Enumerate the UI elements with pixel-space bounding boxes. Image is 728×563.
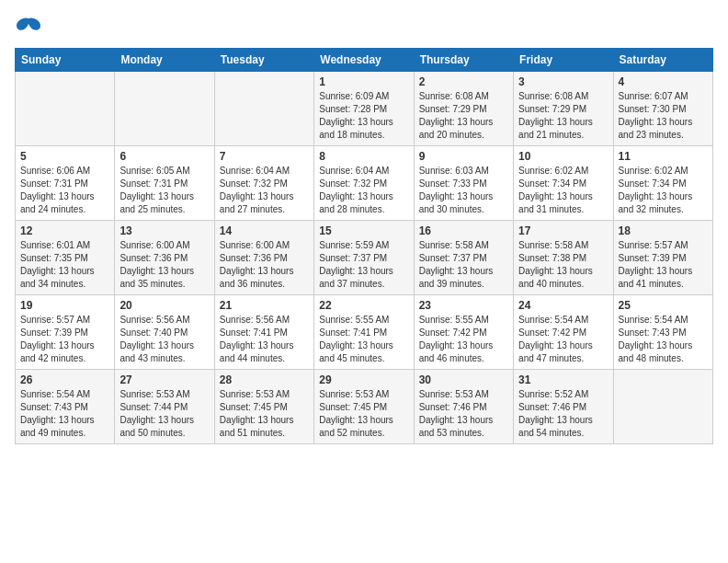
- day-info: Sunrise: 5:52 AM Sunset: 7:46 PM Dayligh…: [518, 388, 608, 440]
- calendar-cell: 18Sunrise: 5:57 AM Sunset: 7:39 PM Dayli…: [613, 221, 712, 295]
- calendar-cell: 9Sunrise: 6:03 AM Sunset: 7:33 PM Daylig…: [414, 146, 513, 221]
- day-number: 27: [119, 373, 209, 386]
- calendar-cell: 28Sunrise: 5:53 AM Sunset: 7:45 PM Dayli…: [214, 370, 313, 444]
- day-number: 25: [619, 299, 708, 312]
- week-row-4: 19Sunrise: 5:57 AM Sunset: 7:39 PM Dayli…: [16, 295, 713, 370]
- header-monday: Monday: [115, 49, 214, 72]
- calendar-cell: 16Sunrise: 5:58 AM Sunset: 7:37 PM Dayli…: [414, 221, 513, 295]
- calendar-cell: 23Sunrise: 5:55 AM Sunset: 7:42 PM Dayli…: [414, 295, 513, 370]
- calendar-cell: 6Sunrise: 6:05 AM Sunset: 7:31 PM Daylig…: [115, 146, 214, 221]
- day-number: 26: [20, 373, 109, 386]
- calendar-cell: 1Sunrise: 6:09 AM Sunset: 7:28 PM Daylig…: [314, 72, 414, 146]
- day-number: 30: [419, 373, 508, 386]
- day-number: 4: [619, 75, 708, 88]
- day-number: 7: [220, 150, 309, 163]
- day-number: 14: [220, 224, 309, 237]
- day-info: Sunrise: 6:01 AM Sunset: 7:35 PM Dayligh…: [20, 239, 109, 291]
- calendar-cell: [613, 370, 712, 444]
- week-row-5: 26Sunrise: 5:54 AM Sunset: 7:43 PM Dayli…: [16, 370, 713, 444]
- day-number: 10: [518, 150, 608, 163]
- calendar-cell: [115, 72, 214, 146]
- day-info: Sunrise: 5:54 AM Sunset: 7:43 PM Dayligh…: [619, 314, 708, 365]
- day-info: Sunrise: 6:04 AM Sunset: 7:32 PM Dayligh…: [220, 165, 309, 216]
- calendar-cell: 11Sunrise: 6:02 AM Sunset: 7:34 PM Dayli…: [613, 146, 712, 221]
- day-info: Sunrise: 5:58 AM Sunset: 7:38 PM Dayligh…: [518, 239, 608, 291]
- day-info: Sunrise: 6:07 AM Sunset: 7:30 PM Dayligh…: [619, 90, 708, 142]
- day-number: 9: [419, 150, 508, 163]
- calendar-cell: 5Sunrise: 6:06 AM Sunset: 7:31 PM Daylig…: [16, 146, 115, 221]
- day-info: Sunrise: 5:54 AM Sunset: 7:42 PM Dayligh…: [518, 314, 608, 365]
- calendar-cell: [214, 72, 313, 146]
- day-info: Sunrise: 6:02 AM Sunset: 7:34 PM Dayligh…: [619, 165, 708, 216]
- day-info: Sunrise: 5:55 AM Sunset: 7:41 PM Dayligh…: [319, 314, 408, 365]
- day-number: 23: [419, 299, 508, 312]
- day-info: Sunrise: 6:08 AM Sunset: 7:29 PM Dayligh…: [518, 90, 608, 142]
- header-tuesday: Tuesday: [214, 49, 313, 72]
- calendar-cell: [16, 72, 115, 146]
- calendar-cell: 12Sunrise: 6:01 AM Sunset: 7:35 PM Dayli…: [16, 221, 115, 295]
- calendar-cell: 25Sunrise: 5:54 AM Sunset: 7:43 PM Dayli…: [613, 295, 712, 370]
- day-number: 1: [319, 75, 408, 88]
- day-number: 24: [518, 299, 608, 312]
- week-row-3: 12Sunrise: 6:01 AM Sunset: 7:35 PM Dayli…: [16, 221, 713, 295]
- day-number: 13: [119, 224, 209, 237]
- day-info: Sunrise: 6:04 AM Sunset: 7:32 PM Dayligh…: [319, 165, 408, 216]
- calendar-header: SundayMondayTuesdayWednesdayThursdayFrid…: [16, 49, 713, 72]
- calendar-cell: 30Sunrise: 5:53 AM Sunset: 7:46 PM Dayli…: [414, 370, 513, 444]
- day-number: 18: [619, 224, 708, 237]
- day-info: Sunrise: 5:54 AM Sunset: 7:43 PM Dayligh…: [20, 388, 109, 440]
- day-info: Sunrise: 5:57 AM Sunset: 7:39 PM Dayligh…: [619, 239, 708, 291]
- day-number: 22: [319, 299, 408, 312]
- calendar-cell: 19Sunrise: 5:57 AM Sunset: 7:39 PM Dayli…: [16, 295, 115, 370]
- calendar-cell: 29Sunrise: 5:53 AM Sunset: 7:45 PM Dayli…: [314, 370, 414, 444]
- calendar-cell: 13Sunrise: 6:00 AM Sunset: 7:36 PM Dayli…: [115, 221, 214, 295]
- calendar-cell: 27Sunrise: 5:53 AM Sunset: 7:44 PM Dayli…: [115, 370, 214, 444]
- day-info: Sunrise: 5:53 AM Sunset: 7:46 PM Dayligh…: [419, 388, 508, 440]
- day-info: Sunrise: 6:02 AM Sunset: 7:34 PM Dayligh…: [518, 165, 608, 216]
- day-info: Sunrise: 5:57 AM Sunset: 7:39 PM Dayligh…: [20, 314, 109, 365]
- calendar-body: 1Sunrise: 6:09 AM Sunset: 7:28 PM Daylig…: [16, 72, 713, 444]
- day-number: 15: [319, 224, 408, 237]
- day-info: Sunrise: 5:53 AM Sunset: 7:45 PM Dayligh…: [319, 388, 408, 440]
- calendar-cell: 15Sunrise: 5:59 AM Sunset: 7:37 PM Dayli…: [314, 221, 414, 295]
- day-number: 3: [518, 75, 608, 88]
- calendar-cell: 22Sunrise: 5:55 AM Sunset: 7:41 PM Dayli…: [314, 295, 414, 370]
- calendar-cell: 31Sunrise: 5:52 AM Sunset: 7:46 PM Dayli…: [514, 370, 613, 444]
- calendar-cell: 10Sunrise: 6:02 AM Sunset: 7:34 PM Dayli…: [514, 146, 613, 221]
- day-info: Sunrise: 6:00 AM Sunset: 7:36 PM Dayligh…: [220, 239, 309, 291]
- day-info: Sunrise: 5:55 AM Sunset: 7:42 PM Dayligh…: [419, 314, 508, 365]
- day-number: 17: [518, 224, 608, 237]
- day-number: 19: [20, 299, 109, 312]
- calendar-cell: 14Sunrise: 6:00 AM Sunset: 7:36 PM Dayli…: [214, 221, 313, 295]
- calendar-cell: 7Sunrise: 6:04 AM Sunset: 7:32 PM Daylig…: [214, 146, 313, 221]
- day-number: 6: [119, 150, 209, 163]
- day-info: Sunrise: 5:56 AM Sunset: 7:41 PM Dayligh…: [220, 314, 309, 365]
- logo-icon: [15, 15, 42, 37]
- day-info: Sunrise: 5:58 AM Sunset: 7:37 PM Dayligh…: [419, 239, 508, 291]
- header-friday: Friday: [514, 49, 613, 72]
- week-row-2: 5Sunrise: 6:06 AM Sunset: 7:31 PM Daylig…: [16, 146, 713, 221]
- calendar-cell: 24Sunrise: 5:54 AM Sunset: 7:42 PM Dayli…: [514, 295, 613, 370]
- day-number: 5: [20, 150, 109, 163]
- calendar-cell: 21Sunrise: 5:56 AM Sunset: 7:41 PM Dayli…: [214, 295, 313, 370]
- day-info: Sunrise: 6:08 AM Sunset: 7:29 PM Dayligh…: [419, 90, 508, 142]
- calendar-cell: 4Sunrise: 6:07 AM Sunset: 7:30 PM Daylig…: [613, 72, 712, 146]
- calendar-table: SundayMondayTuesdayWednesdayThursdayFrid…: [15, 48, 713, 444]
- day-info: Sunrise: 5:53 AM Sunset: 7:44 PM Dayligh…: [119, 388, 209, 440]
- day-number: 11: [619, 150, 708, 163]
- day-number: 12: [20, 224, 109, 237]
- day-info: Sunrise: 5:56 AM Sunset: 7:40 PM Dayligh…: [119, 314, 209, 365]
- day-number: 21: [220, 299, 309, 312]
- day-info: Sunrise: 6:09 AM Sunset: 7:28 PM Dayligh…: [319, 90, 408, 142]
- day-number: 28: [220, 373, 309, 386]
- calendar-cell: 17Sunrise: 5:58 AM Sunset: 7:38 PM Dayli…: [514, 221, 613, 295]
- day-number: 31: [518, 373, 608, 386]
- day-number: 20: [119, 299, 209, 312]
- day-info: Sunrise: 6:00 AM Sunset: 7:36 PM Dayligh…: [119, 239, 209, 291]
- header-saturday: Saturday: [613, 49, 712, 72]
- day-number: 2: [419, 75, 508, 88]
- header-row: SundayMondayTuesdayWednesdayThursdayFrid…: [16, 49, 713, 72]
- logo: [15, 15, 46, 37]
- calendar-cell: 3Sunrise: 6:08 AM Sunset: 7:29 PM Daylig…: [514, 72, 613, 146]
- header-wednesday: Wednesday: [314, 49, 414, 72]
